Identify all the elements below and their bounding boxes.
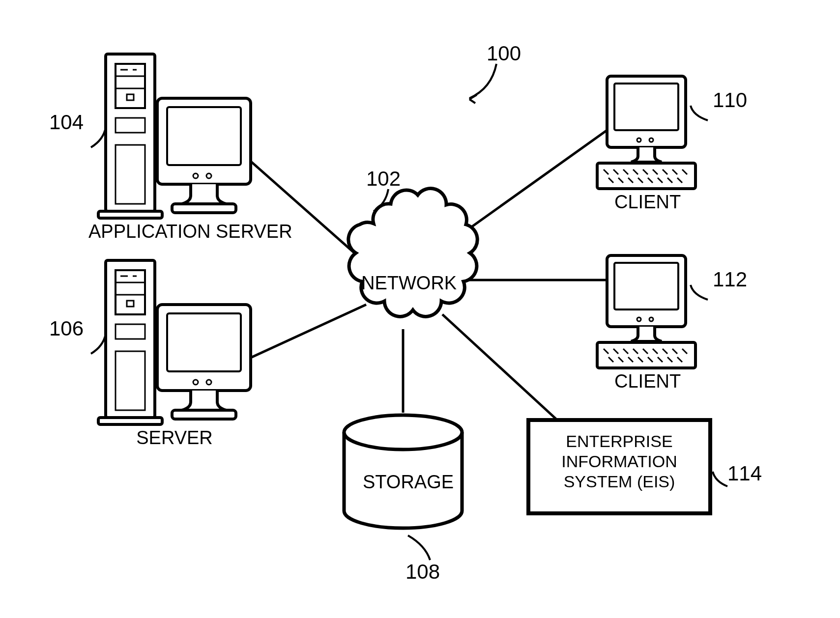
line-server-network	[243, 305, 366, 361]
line-network-eis	[442, 314, 565, 427]
network-label: NETWORK	[361, 273, 457, 294]
svg-rect-40	[597, 342, 695, 368]
svg-rect-29	[172, 410, 236, 419]
svg-rect-11	[167, 107, 241, 165]
svg-rect-7	[116, 118, 145, 133]
svg-rect-1	[116, 64, 145, 108]
svg-rect-24	[98, 418, 162, 424]
ref-100: 100	[487, 42, 521, 65]
ref-108: 108	[406, 560, 440, 584]
server-graphic	[98, 260, 251, 424]
ref-110: 110	[713, 88, 747, 112]
svg-rect-23	[116, 351, 145, 410]
svg-rect-6	[127, 94, 134, 100]
storage-label: STORAGE	[363, 472, 454, 493]
app-server-label: APPLICATION SERVER	[88, 221, 261, 242]
leader-112	[691, 285, 708, 300]
client1-label: CLIENT	[614, 192, 681, 213]
eis-label: ENTERPRISE INFORMATION SYSTEM (EIS)	[538, 431, 700, 491]
ref-102: 102	[366, 167, 401, 191]
svg-rect-8	[116, 145, 145, 204]
svg-rect-21	[127, 301, 134, 307]
svg-rect-14	[172, 204, 236, 213]
svg-rect-37	[614, 263, 678, 309]
ref-104: 104	[49, 111, 84, 134]
leader-104	[91, 128, 106, 147]
ref-114: 114	[727, 462, 762, 485]
client1-graphic	[597, 76, 695, 189]
svg-rect-35	[597, 163, 695, 189]
svg-rect-32	[614, 84, 678, 130]
client2-graphic	[597, 255, 695, 368]
svg-rect-16	[116, 270, 145, 314]
svg-rect-26	[167, 313, 241, 371]
network-cloud	[348, 189, 477, 317]
app-server-graphic	[98, 54, 251, 218]
svg-rect-22	[116, 324, 145, 339]
line-network-client1	[452, 130, 607, 241]
ref-106: 106	[49, 317, 84, 340]
leader-110	[691, 106, 708, 120]
leader-106	[91, 334, 106, 354]
leader-114	[713, 472, 727, 486]
server-label: SERVER	[113, 427, 236, 449]
svg-rect-9	[98, 211, 162, 218]
leader-100	[469, 64, 496, 98]
client2-label: CLIENT	[614, 371, 681, 392]
ref-112: 112	[713, 268, 747, 291]
leader-108	[408, 535, 430, 560]
svg-point-30	[344, 415, 462, 449]
arrowhead-100	[469, 95, 477, 103]
